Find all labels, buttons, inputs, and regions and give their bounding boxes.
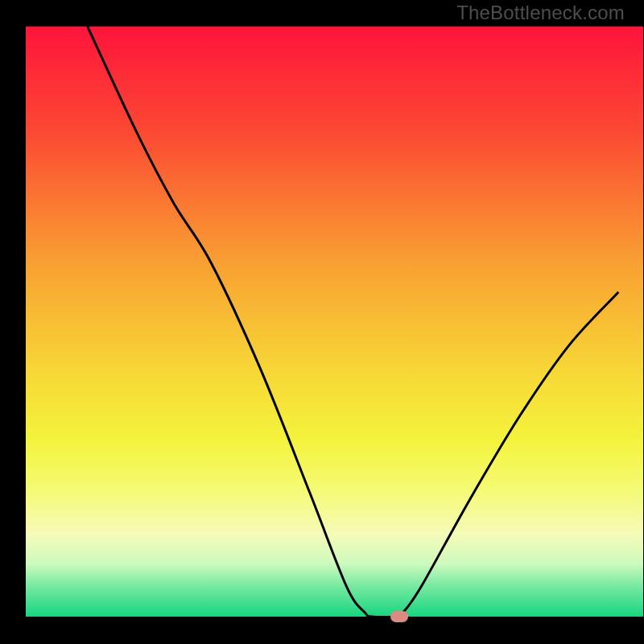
watermark-text: TheBottleneck.com	[456, 2, 625, 24]
bottleneck-chart	[0, 0, 644, 644]
chart-frame: TheBottleneck.com	[0, 0, 644, 644]
plot-background	[26, 27, 643, 617]
optimum-marker	[390, 611, 408, 622]
